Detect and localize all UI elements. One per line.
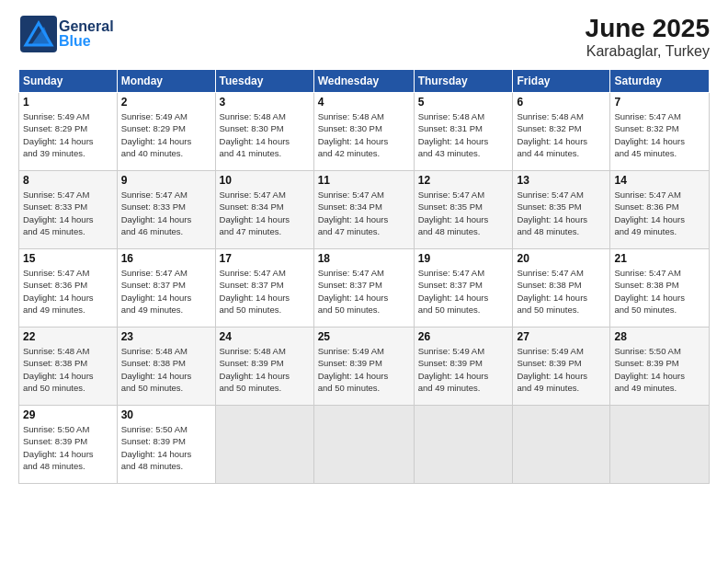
title-block: June 2025 Karabaglar, Turkey xyxy=(586,14,710,60)
calendar-cell: 22Sunrise: 5:48 AMSunset: 8:38 PMDayligh… xyxy=(19,327,118,406)
calendar-cell: 9Sunrise: 5:47 AMSunset: 8:33 PMDaylight… xyxy=(117,171,215,249)
day-info: Sunrise: 5:49 AMSunset: 8:39 PMDaylight:… xyxy=(517,345,606,394)
calendar-week-row: 8Sunrise: 5:47 AMSunset: 8:33 PMDaylight… xyxy=(19,171,710,249)
day-number: 14 xyxy=(614,174,705,187)
day-number: 1 xyxy=(23,96,113,109)
calendar-cell: 12Sunrise: 5:47 AMSunset: 8:35 PMDayligh… xyxy=(414,171,513,249)
day-info: Sunrise: 5:49 AMSunset: 8:29 PMDaylight:… xyxy=(23,110,113,159)
calendar-table: Sunday Monday Tuesday Wednesday Thursday… xyxy=(18,69,710,484)
calendar-cell: 13Sunrise: 5:47 AMSunset: 8:35 PMDayligh… xyxy=(513,171,610,249)
day-number: 10 xyxy=(220,174,310,187)
day-info: Sunrise: 5:47 AMSunset: 8:37 PMDaylight:… xyxy=(418,267,509,316)
calendar-cell: 17Sunrise: 5:47 AMSunset: 8:37 PMDayligh… xyxy=(215,249,313,327)
day-number: 16 xyxy=(121,252,211,265)
calendar-cell: 2Sunrise: 5:49 AMSunset: 8:29 PMDaylight… xyxy=(117,93,215,171)
calendar-cell xyxy=(513,406,610,484)
day-info: Sunrise: 5:47 AMSunset: 8:37 PMDaylight:… xyxy=(220,267,310,316)
calendar-week-row: 15Sunrise: 5:47 AMSunset: 8:36 PMDayligh… xyxy=(19,249,710,327)
day-number: 8 xyxy=(23,174,113,187)
day-info: Sunrise: 5:48 AMSunset: 8:30 PMDaylight:… xyxy=(220,110,310,159)
day-info: Sunrise: 5:48 AMSunset: 8:39 PMDaylight:… xyxy=(220,345,310,394)
day-info: Sunrise: 5:48 AMSunset: 8:31 PMDaylight:… xyxy=(418,110,509,159)
day-info: Sunrise: 5:47 AMSunset: 8:35 PMDaylight:… xyxy=(517,189,606,237)
calendar-cell: 25Sunrise: 5:49 AMSunset: 8:39 PMDayligh… xyxy=(313,327,414,406)
calendar-cell: 28Sunrise: 5:50 AMSunset: 8:39 PMDayligh… xyxy=(610,327,710,406)
header: General Blue June 2025 Karabaglar, Turke… xyxy=(18,14,710,60)
calendar-cell: 23Sunrise: 5:48 AMSunset: 8:38 PMDayligh… xyxy=(117,327,215,406)
calendar-cell: 26Sunrise: 5:49 AMSunset: 8:39 PMDayligh… xyxy=(414,327,513,406)
day-number: 9 xyxy=(121,174,211,187)
day-number: 6 xyxy=(517,96,606,109)
header-friday: Friday xyxy=(513,70,610,93)
calendar-cell: 10Sunrise: 5:47 AMSunset: 8:34 PMDayligh… xyxy=(215,171,313,249)
day-info: Sunrise: 5:47 AMSunset: 8:35 PMDaylight:… xyxy=(418,189,509,237)
day-number: 13 xyxy=(517,174,606,187)
calendar-cell: 21Sunrise: 5:47 AMSunset: 8:38 PMDayligh… xyxy=(610,249,710,327)
day-info: Sunrise: 5:47 AMSunset: 8:32 PMDaylight:… xyxy=(614,110,705,159)
day-number: 4 xyxy=(318,96,410,109)
day-number: 20 xyxy=(517,252,606,265)
calendar-cell xyxy=(414,406,513,484)
calendar-cell: 15Sunrise: 5:47 AMSunset: 8:36 PMDayligh… xyxy=(19,249,118,327)
day-number: 18 xyxy=(318,252,410,265)
header-sunday: Sunday xyxy=(19,70,118,93)
day-info: Sunrise: 5:50 AMSunset: 8:39 PMDaylight:… xyxy=(23,423,113,472)
day-number: 15 xyxy=(23,252,113,265)
day-number: 29 xyxy=(23,408,113,421)
calendar-cell: 29Sunrise: 5:50 AMSunset: 8:39 PMDayligh… xyxy=(19,406,118,484)
calendar-cell xyxy=(313,406,414,484)
day-number: 7 xyxy=(614,96,705,109)
day-number: 26 xyxy=(418,330,509,343)
day-info: Sunrise: 5:50 AMSunset: 8:39 PMDaylight:… xyxy=(121,423,211,472)
calendar-cell: 1Sunrise: 5:49 AMSunset: 8:29 PMDaylight… xyxy=(19,93,118,171)
day-info: Sunrise: 5:49 AMSunset: 8:39 PMDaylight:… xyxy=(318,345,410,394)
calendar-cell: 20Sunrise: 5:47 AMSunset: 8:38 PMDayligh… xyxy=(513,249,610,327)
day-info: Sunrise: 5:48 AMSunset: 8:32 PMDaylight:… xyxy=(517,110,606,159)
day-number: 19 xyxy=(418,252,509,265)
day-info: Sunrise: 5:48 AMSunset: 8:30 PMDaylight:… xyxy=(318,110,410,159)
logo-icon xyxy=(18,14,59,54)
weekday-header-row: Sunday Monday Tuesday Wednesday Thursday… xyxy=(19,70,710,93)
day-info: Sunrise: 5:47 AMSunset: 8:33 PMDaylight:… xyxy=(121,189,211,237)
day-info: Sunrise: 5:48 AMSunset: 8:38 PMDaylight:… xyxy=(23,345,113,394)
header-wednesday: Wednesday xyxy=(313,70,414,93)
calendar-cell xyxy=(215,406,313,484)
day-info: Sunrise: 5:47 AMSunset: 8:33 PMDaylight:… xyxy=(23,189,113,237)
calendar-cell: 16Sunrise: 5:47 AMSunset: 8:37 PMDayligh… xyxy=(117,249,215,327)
header-saturday: Saturday xyxy=(610,70,710,93)
day-number: 21 xyxy=(614,252,705,265)
day-info: Sunrise: 5:49 AMSunset: 8:29 PMDaylight:… xyxy=(121,110,211,159)
calendar-cell: 3Sunrise: 5:48 AMSunset: 8:30 PMDaylight… xyxy=(215,93,313,171)
calendar-cell: 14Sunrise: 5:47 AMSunset: 8:36 PMDayligh… xyxy=(610,171,710,249)
calendar-cell: 19Sunrise: 5:47 AMSunset: 8:37 PMDayligh… xyxy=(414,249,513,327)
calendar-title: June 2025 xyxy=(586,14,710,43)
day-number: 3 xyxy=(220,96,310,109)
calendar-cell: 7Sunrise: 5:47 AMSunset: 8:32 PMDaylight… xyxy=(610,93,710,171)
calendar-cell: 4Sunrise: 5:48 AMSunset: 8:30 PMDaylight… xyxy=(313,93,414,171)
day-number: 25 xyxy=(318,330,410,343)
day-number: 2 xyxy=(121,96,211,109)
day-number: 23 xyxy=(121,330,211,343)
logo: General Blue xyxy=(18,14,114,54)
header-monday: Monday xyxy=(117,70,215,93)
page: General Blue June 2025 Karabaglar, Turke… xyxy=(0,0,728,563)
day-info: Sunrise: 5:47 AMSunset: 8:37 PMDaylight:… xyxy=(121,267,211,316)
day-info: Sunrise: 5:48 AMSunset: 8:38 PMDaylight:… xyxy=(121,345,211,394)
calendar-cell: 8Sunrise: 5:47 AMSunset: 8:33 PMDaylight… xyxy=(19,171,118,249)
day-number: 28 xyxy=(614,330,705,343)
day-number: 22 xyxy=(23,330,113,343)
day-number: 5 xyxy=(418,96,509,109)
calendar-cell: 27Sunrise: 5:49 AMSunset: 8:39 PMDayligh… xyxy=(513,327,610,406)
calendar-week-row: 22Sunrise: 5:48 AMSunset: 8:38 PMDayligh… xyxy=(19,327,710,406)
calendar-week-row: 1Sunrise: 5:49 AMSunset: 8:29 PMDaylight… xyxy=(19,93,710,171)
day-info: Sunrise: 5:47 AMSunset: 8:34 PMDaylight:… xyxy=(318,189,410,237)
day-info: Sunrise: 5:50 AMSunset: 8:39 PMDaylight:… xyxy=(614,345,705,394)
calendar-cell: 11Sunrise: 5:47 AMSunset: 8:34 PMDayligh… xyxy=(313,171,414,249)
calendar-cell: 6Sunrise: 5:48 AMSunset: 8:32 PMDaylight… xyxy=(513,93,610,171)
day-info: Sunrise: 5:47 AMSunset: 8:37 PMDaylight:… xyxy=(318,267,410,316)
day-number: 24 xyxy=(220,330,310,343)
day-number: 12 xyxy=(418,174,509,187)
calendar-cell: 5Sunrise: 5:48 AMSunset: 8:31 PMDaylight… xyxy=(414,93,513,171)
calendar-cell: 30Sunrise: 5:50 AMSunset: 8:39 PMDayligh… xyxy=(117,406,215,484)
calendar-subtitle: Karabaglar, Turkey xyxy=(586,43,710,60)
